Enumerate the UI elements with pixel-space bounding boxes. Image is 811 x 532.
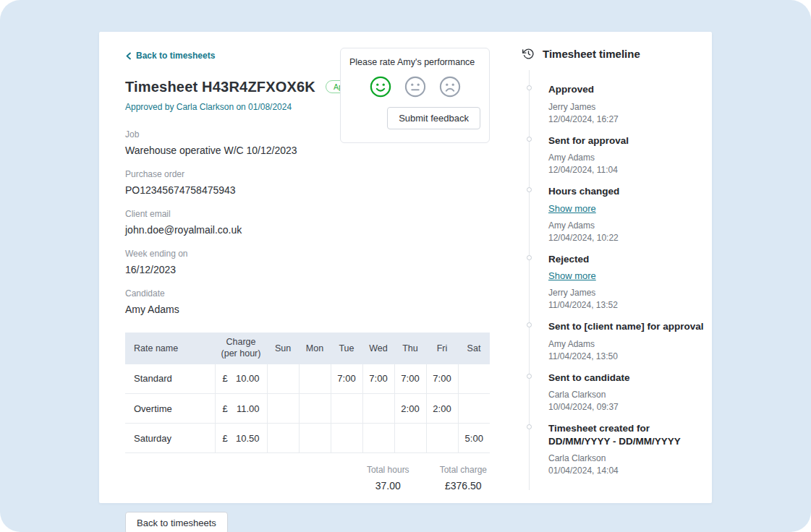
feedback-card: Please rate Amy's performance (340, 48, 490, 143)
event-date: 12/04/2024, 10:22 (548, 233, 712, 243)
event-date: 12/04/2024, 16:27 (548, 114, 712, 124)
main-column: Back to timesheets Timesheet H43R4ZFXOX6… (125, 32, 490, 503)
event-person: Amy Adams (548, 153, 712, 163)
hours-cell-sun (267, 424, 299, 453)
hours-cell-tue (331, 424, 362, 453)
rate-neutral-button[interactable] (404, 76, 426, 98)
table-row: Standard £ 10.00 7:00 7:00 7:00 7:00 (125, 364, 490, 394)
event-title: Sent to [client name] for approval (548, 320, 712, 333)
header-tue: Tue (331, 332, 362, 364)
total-charge: Total charge £376.50 (440, 465, 487, 492)
field-label: Purchase order (125, 169, 490, 179)
feedback-title: Please rate Amy's performance (349, 57, 480, 67)
field-candidate: Candidate Amy Adams (125, 288, 490, 316)
hours-cell-sat: 5:00 (458, 424, 490, 453)
event-person: Amy Adams (548, 339, 712, 349)
show-more-link[interactable]: Show more (548, 203, 596, 214)
timeline-event: Sent to [client name] for approval Amy A… (548, 320, 712, 361)
hours-cell-wed: 7:00 (362, 364, 394, 394)
timeline-event: Sent to candidate Carla Clarkson 10/04/2… (548, 372, 712, 413)
hours-cell-wed (362, 394, 394, 424)
field-value: Amy Adams (125, 304, 490, 316)
neutral-face-icon (404, 89, 426, 100)
timeline-dot (527, 85, 532, 90)
header-thu: Thu (394, 332, 426, 364)
header-sun: Sun (267, 332, 299, 364)
event-date: 11/04/2024, 13:52 (548, 300, 712, 310)
total-hours-label: Total hours (367, 465, 409, 475)
hours-cell-tue: 7:00 (331, 364, 362, 394)
page-background: Back to timesheets Timesheet H43R4ZFXOX6… (0, 0, 811, 532)
hours-cell-mon (299, 364, 331, 394)
rate-happy-button[interactable] (370, 76, 391, 98)
event-person: Jerry James (548, 102, 712, 112)
timeline-event: Sent for approval Amy Adams 12/04/2024, … (548, 134, 712, 176)
event-date: 11/04/2024, 13:50 (548, 351, 712, 361)
charge-cell: £ 11.00 (215, 394, 267, 424)
timeline-event: Timesheet created for DD/MM/YYYY - DD/MM… (548, 422, 712, 476)
header-sat: Sat (458, 332, 490, 364)
charge-cell: £ 10.50 (215, 424, 267, 453)
event-title: Approved (548, 83, 712, 96)
submit-feedback-button[interactable]: Submit feedback (387, 107, 480, 129)
event-person: Carla Clarkson (548, 453, 712, 463)
field-value: john.doe@royalmail.co.uk (125, 224, 490, 236)
event-date: 10/04/2024, 09:37 (548, 402, 712, 412)
field-label: Week ending on (125, 249, 490, 259)
header-fri: Fri (426, 332, 458, 364)
field-value: 16/12/2023 (125, 264, 490, 276)
hours-cell-thu: 2:00 (394, 394, 426, 424)
currency-symbol: £ (223, 373, 228, 384)
rate-name-cell: Standard (125, 364, 215, 394)
page-title: Timesheet H43R4ZFXOX6K (125, 79, 315, 95)
currency-symbol: £ (223, 403, 228, 414)
event-title: Sent for approval (548, 134, 712, 147)
rating-options (349, 76, 480, 98)
total-charge-value: £376.50 (440, 480, 487, 492)
charge-cell: £ 10.00 (215, 364, 267, 394)
hours-cell-tue (331, 394, 362, 424)
show-more-link[interactable]: Show more (548, 270, 596, 281)
timeline-event: Hours changed Show more Amy Adams 12/04/… (548, 185, 712, 243)
field-purchase-order: Purchase order PO12345674758475943 (125, 169, 490, 197)
table-row: Overtime £ 11.00 2:00 2:00 (125, 394, 490, 424)
timeline-list: Approved Jerry James 12/04/2024, 16:27 S… (529, 70, 712, 490)
hours-cell-fri: 2:00 (426, 394, 458, 424)
rate-name-cell: Overtime (125, 394, 215, 424)
charge-amount: 11.00 (237, 403, 260, 414)
header-rate-name: Rate name (125, 332, 215, 364)
event-person: Jerry James (548, 288, 712, 298)
history-icon (522, 48, 535, 60)
back-to-timesheets-link[interactable]: Back to timesheets (125, 51, 215, 61)
field-value: PO12345674758475943 (125, 184, 490, 197)
timeline-dot (527, 374, 532, 379)
hours-cell-sun (267, 364, 299, 394)
hours-cell-sat (458, 394, 490, 424)
hours-cell-wed (362, 424, 394, 453)
happy-face-icon (370, 89, 391, 100)
timesheet-card: Back to timesheets Timesheet H43R4ZFXOX6… (99, 32, 712, 503)
total-hours: Total hours 37.00 (367, 465, 409, 492)
hours-cell-fri (426, 424, 458, 453)
event-person: Carla Clarkson (548, 390, 712, 400)
hours-cell-sat (458, 364, 490, 394)
chevron-left-icon (125, 52, 132, 60)
rate-name-cell: Saturday (125, 424, 215, 453)
hours-cell-thu (394, 424, 426, 453)
field-client-email: Client email john.doe@royalmail.co.uk (125, 209, 490, 236)
hours-cell-sun (267, 394, 299, 424)
back-link-label: Back to timesheets (136, 51, 215, 61)
hours-cell-mon (299, 394, 331, 424)
table-row: Saturday £ 10.50 5:00 (125, 424, 490, 453)
totals-row: Total hours 37.00 Total charge £376.50 (125, 465, 490, 492)
timeline-event: Approved Jerry James 12/04/2024, 16:27 (548, 83, 712, 124)
timeline-dot (527, 424, 532, 429)
table-header-row: Rate name Charge (per hour) Sun Mon Tue … (125, 332, 490, 364)
detail-fields: Job Warehouse operative W/C 10/12/2023 P… (125, 129, 490, 316)
timeline-event: Rejected Show more Jerry James 11/04/202… (548, 253, 712, 311)
back-to-timesheets-button[interactable]: Back to timesheets (125, 512, 228, 532)
timeline-dot (527, 322, 532, 327)
header-wed: Wed (362, 332, 394, 364)
rate-sad-button[interactable] (439, 76, 461, 98)
total-charge-label: Total charge (440, 465, 487, 475)
